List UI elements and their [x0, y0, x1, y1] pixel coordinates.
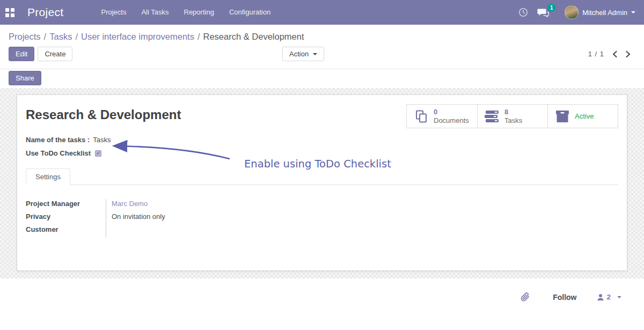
breadcrumb-separator: / [72, 32, 81, 41]
control-panel: Edit Create Action 1 / 1 [0, 43, 644, 69]
stat-button-documents[interactable]: 0 Documents [407, 105, 477, 128]
chevron-down-icon [313, 53, 317, 55]
tab-settings[interactable]: Settings [26, 168, 70, 185]
action-dropdown-button[interactable]: Action [282, 47, 324, 61]
top-navbar: Project Projects All Tasks Reporting Con… [0, 0, 644, 25]
systray: 1 Mitchell Admin [518, 5, 635, 19]
form-view-background: Research & Development 0 Documents [0, 88, 644, 278]
tasks-count: 8 [504, 108, 522, 116]
field-name-of-tasks: Name of the tasks : Tasks [26, 136, 618, 144]
notebook-tabs: Settings [26, 168, 618, 185]
main-menu: Projects All Tasks Reporting Configurati… [93, 0, 278, 25]
breadcrumb-separator: / [194, 32, 203, 41]
share-bar: Share [0, 69, 644, 88]
documents-icon [414, 109, 429, 124]
menu-item-reporting[interactable]: Reporting [177, 0, 222, 25]
chevron-down-icon [631, 11, 635, 13]
name-of-tasks-value: Tasks [93, 136, 111, 144]
follower-count: 2 [606, 293, 611, 301]
pager-value: 1 / 1 [588, 50, 604, 58]
tasks-icon [485, 109, 500, 123]
todo-checklist-label: Use ToDo Checklist [26, 149, 91, 157]
pager-next-icon[interactable] [625, 50, 631, 58]
privacy-value: On invitation only [112, 212, 326, 225]
breadcrumb: Projects/Tasks/User interface improvemen… [0, 25, 644, 43]
breadcrumb-current: Research & Development [203, 32, 304, 41]
documents-label: Documents [434, 116, 469, 125]
share-button[interactable]: Share [9, 71, 41, 85]
user-avatar [565, 5, 579, 19]
create-button[interactable]: Create [38, 47, 72, 61]
field-todo-checklist: Use ToDo Checklist [26, 149, 618, 157]
stat-button-tasks[interactable]: 8 Tasks [477, 105, 547, 128]
apps-menu-icon[interactable] [5, 8, 14, 17]
breadcrumb-projects[interactable]: Projects [9, 32, 41, 41]
customer-value [112, 225, 326, 238]
pager-previous-icon[interactable] [612, 50, 618, 58]
user-name: Mitchell Admin [582, 9, 627, 17]
follower-person-icon [597, 294, 604, 301]
app-title[interactable]: Project [27, 6, 63, 19]
archive-icon [555, 109, 570, 123]
message-count-badge: 1 [547, 4, 555, 12]
action-label: Action [289, 50, 309, 58]
activities-clock-icon[interactable] [518, 8, 528, 17]
todo-checklist-checkbox[interactable] [95, 150, 101, 157]
privacy-label: Privacy [26, 212, 106, 225]
edit-button[interactable]: Edit [9, 47, 34, 61]
follow-button[interactable]: Follow [553, 293, 576, 302]
menu-item-projects[interactable]: Projects [93, 0, 134, 25]
followers-button[interactable]: 2 [597, 293, 621, 301]
user-menu[interactable]: Mitchell Admin [565, 5, 635, 19]
page-title: Research & Development [26, 108, 181, 122]
chatter: Follow 2 [0, 278, 644, 330]
breadcrumb-ui-improvements[interactable]: User interface improvements [81, 32, 194, 41]
customer-label: Customer [26, 225, 106, 238]
name-of-tasks-label: Name of the tasks : [26, 136, 90, 144]
settings-fields-group: Project Manager Privacy Customer Marc De… [26, 199, 326, 238]
project-form-sheet: Research & Development 0 Documents [17, 94, 627, 271]
messages-icon[interactable]: 1 [537, 8, 549, 17]
documents-count: 0 [434, 108, 469, 116]
project-manager-label: Project Manager [26, 199, 106, 212]
stat-button-active[interactable]: Active [547, 105, 618, 128]
chevron-down-icon [617, 296, 621, 298]
active-label: Active [575, 112, 594, 120]
project-manager-value-link[interactable]: Marc Demo [112, 200, 148, 208]
attachment-paperclip-icon[interactable] [521, 292, 530, 302]
breadcrumb-separator: / [41, 32, 50, 41]
tasks-label: Tasks [504, 116, 522, 125]
stat-button-box: 0 Documents [406, 104, 618, 128]
menu-item-all-tasks[interactable]: All Tasks [134, 0, 176, 25]
menu-item-configuration[interactable]: Configuration [222, 0, 278, 25]
breadcrumb-tasks[interactable]: Tasks [49, 32, 72, 41]
pager: 1 / 1 [588, 50, 631, 58]
